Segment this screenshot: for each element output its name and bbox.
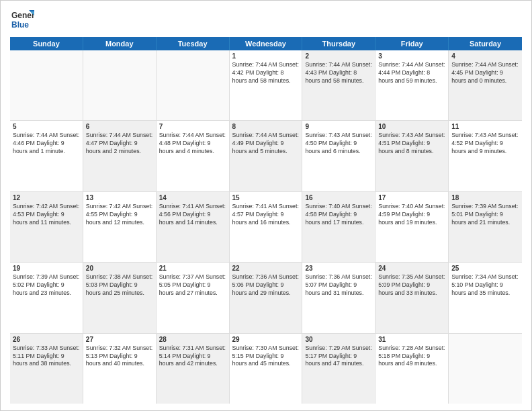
calendar-cell: 8Sunrise: 7:44 AM Sunset: 4:49 PM Daylig…: [230, 121, 303, 191]
cell-content: Sunrise: 7:44 AM Sunset: 4:48 PM Dayligh…: [159, 132, 226, 156]
calendar-cell: 19Sunrise: 7:39 AM Sunset: 5:02 PM Dayli…: [10, 263, 83, 332]
calendar-cell: 3Sunrise: 7:44 AM Sunset: 4:44 PM Daylig…: [375, 50, 449, 120]
calendar-cell: [157, 50, 230, 120]
cell-content: Sunrise: 7:29 AM Sunset: 5:17 PM Dayligh…: [305, 345, 372, 369]
cell-content: Sunrise: 7:41 AM Sunset: 4:56 PM Dayligh…: [159, 203, 226, 227]
day-number: 13: [86, 194, 153, 201]
day-number: 17: [378, 194, 445, 201]
weekday-header: Thursday: [302, 37, 375, 50]
calendar-cell: 25Sunrise: 7:34 AM Sunset: 5:10 PM Dayli…: [449, 263, 522, 332]
weekday-header: Wednesday: [230, 37, 303, 50]
day-number: 12: [13, 194, 80, 201]
day-number: 19: [13, 265, 80, 272]
calendar-row: 1Sunrise: 7:44 AM Sunset: 4:42 PM Daylig…: [10, 50, 522, 121]
weekday-header: Friday: [375, 37, 449, 50]
calendar-cell: 2Sunrise: 7:44 AM Sunset: 4:43 PM Daylig…: [302, 50, 375, 120]
day-number: 30: [305, 336, 372, 343]
day-number: 22: [232, 265, 300, 272]
day-number: 9: [305, 123, 372, 130]
weekday-header: Monday: [83, 37, 157, 50]
day-number: 14: [159, 194, 226, 201]
day-number: 21: [159, 265, 226, 272]
calendar-row: 19Sunrise: 7:39 AM Sunset: 5:02 PM Dayli…: [10, 263, 522, 333]
cell-content: Sunrise: 7:32 AM Sunset: 5:13 PM Dayligh…: [86, 345, 153, 369]
cell-content: Sunrise: 7:39 AM Sunset: 5:01 PM Dayligh…: [451, 203, 519, 227]
cell-content: Sunrise: 7:36 AM Sunset: 5:06 PM Dayligh…: [232, 273, 300, 298]
day-number: 10: [378, 123, 445, 130]
calendar-cell: 5Sunrise: 7:44 AM Sunset: 4:46 PM Daylig…: [10, 121, 83, 191]
cell-content: Sunrise: 7:34 AM Sunset: 5:10 PM Dayligh…: [451, 273, 519, 298]
cell-content: Sunrise: 7:36 AM Sunset: 5:07 PM Dayligh…: [305, 273, 372, 298]
calendar-cell: 29Sunrise: 7:30 AM Sunset: 5:15 PM Dayli…: [230, 334, 303, 404]
calendar-cell: 11Sunrise: 7:43 AM Sunset: 4:52 PM Dayli…: [449, 121, 522, 191]
calendar-cell: 1Sunrise: 7:44 AM Sunset: 4:42 PM Daylig…: [230, 50, 303, 120]
calendar-cell: 21Sunrise: 7:37 AM Sunset: 5:05 PM Dayli…: [157, 263, 230, 332]
logo: General Blue: [10, 7, 34, 32]
cell-content: Sunrise: 7:38 AM Sunset: 5:03 PM Dayligh…: [86, 273, 153, 298]
day-number: 4: [451, 52, 519, 60]
calendar-cell: 16Sunrise: 7:40 AM Sunset: 4:58 PM Dayli…: [302, 192, 375, 262]
calendar-cell: 31Sunrise: 7:28 AM Sunset: 5:18 PM Dayli…: [375, 334, 449, 404]
calendar-cell: [10, 50, 83, 120]
calendar-cell: 13Sunrise: 7:42 AM Sunset: 4:55 PM Dayli…: [83, 192, 157, 262]
cell-content: Sunrise: 7:44 AM Sunset: 4:45 PM Dayligh…: [451, 61, 519, 85]
cell-content: Sunrise: 7:39 AM Sunset: 5:02 PM Dayligh…: [13, 273, 80, 298]
calendar-cell: 12Sunrise: 7:42 AM Sunset: 4:53 PM Dayli…: [10, 192, 83, 262]
calendar-cell: [83, 50, 157, 120]
calendar-cell: 17Sunrise: 7:40 AM Sunset: 4:59 PM Dayli…: [375, 192, 449, 262]
calendar-header: SundayMondayTuesdayWednesdayThursdayFrid…: [10, 37, 522, 50]
calendar-cell: 18Sunrise: 7:39 AM Sunset: 5:01 PM Dayli…: [449, 192, 522, 262]
calendar-row: 26Sunrise: 7:33 AM Sunset: 5:11 PM Dayli…: [10, 334, 522, 404]
header: General Blue: [10, 7, 522, 32]
cell-content: Sunrise: 7:40 AM Sunset: 4:59 PM Dayligh…: [378, 203, 445, 227]
day-number: 1: [232, 52, 300, 60]
calendar-cell: 22Sunrise: 7:36 AM Sunset: 5:06 PM Dayli…: [230, 263, 303, 332]
day-number: 16: [305, 194, 372, 201]
cell-content: Sunrise: 7:37 AM Sunset: 5:05 PM Dayligh…: [159, 273, 226, 298]
cell-content: Sunrise: 7:44 AM Sunset: 4:49 PM Dayligh…: [232, 132, 300, 156]
weekday-header: Saturday: [449, 37, 522, 50]
cell-content: Sunrise: 7:43 AM Sunset: 4:52 PM Dayligh…: [451, 132, 519, 156]
calendar-cell: 14Sunrise: 7:41 AM Sunset: 4:56 PM Dayli…: [157, 192, 230, 262]
calendar-cell: 9Sunrise: 7:43 AM Sunset: 4:50 PM Daylig…: [302, 121, 375, 191]
calendar-cell: 7Sunrise: 7:44 AM Sunset: 4:48 PM Daylig…: [157, 121, 230, 191]
cell-content: Sunrise: 7:42 AM Sunset: 4:53 PM Dayligh…: [13, 203, 80, 227]
calendar-page: General Blue SundayMondayTuesdayWednesda…: [0, 0, 532, 411]
weekday-header: Tuesday: [157, 37, 230, 50]
calendar-cell: 4Sunrise: 7:44 AM Sunset: 4:45 PM Daylig…: [449, 50, 522, 120]
calendar-cell: 20Sunrise: 7:38 AM Sunset: 5:03 PM Dayli…: [83, 263, 157, 332]
cell-content: Sunrise: 7:44 AM Sunset: 4:46 PM Dayligh…: [13, 132, 80, 156]
day-number: 29: [232, 336, 300, 343]
calendar-cell: [449, 334, 522, 404]
day-number: 18: [451, 194, 519, 201]
calendar-cell: 27Sunrise: 7:32 AM Sunset: 5:13 PM Dayli…: [83, 334, 157, 404]
cell-content: Sunrise: 7:42 AM Sunset: 4:55 PM Dayligh…: [86, 203, 153, 227]
day-number: 28: [159, 336, 226, 343]
day-number: 25: [451, 265, 519, 272]
calendar-cell: 15Sunrise: 7:41 AM Sunset: 4:57 PM Dayli…: [230, 192, 303, 262]
calendar-cell: 23Sunrise: 7:36 AM Sunset: 5:07 PM Dayli…: [302, 263, 375, 332]
calendar-cell: 24Sunrise: 7:35 AM Sunset: 5:09 PM Dayli…: [375, 263, 449, 332]
weekday-header: Sunday: [10, 37, 83, 50]
day-number: 2: [305, 52, 372, 60]
calendar-cell: 28Sunrise: 7:31 AM Sunset: 5:14 PM Dayli…: [157, 334, 230, 404]
svg-text:Blue: Blue: [11, 20, 29, 30]
day-number: 23: [305, 265, 372, 272]
svg-text:General: General: [11, 11, 34, 20]
calendar-cell: 6Sunrise: 7:44 AM Sunset: 4:47 PM Daylig…: [83, 121, 157, 191]
day-number: 5: [13, 123, 80, 130]
calendar-cell: 10Sunrise: 7:43 AM Sunset: 4:51 PM Dayli…: [375, 121, 449, 191]
cell-content: Sunrise: 7:44 AM Sunset: 4:47 PM Dayligh…: [86, 132, 153, 156]
day-number: 15: [232, 194, 300, 201]
day-number: 31: [378, 336, 445, 343]
cell-content: Sunrise: 7:43 AM Sunset: 4:51 PM Dayligh…: [378, 132, 445, 156]
day-number: 20: [86, 265, 153, 272]
day-number: 3: [378, 52, 445, 60]
day-number: 6: [86, 123, 153, 130]
calendar-body: 1Sunrise: 7:44 AM Sunset: 4:42 PM Daylig…: [10, 50, 522, 404]
cell-content: Sunrise: 7:41 AM Sunset: 4:57 PM Dayligh…: [232, 203, 300, 227]
cell-content: Sunrise: 7:40 AM Sunset: 4:58 PM Dayligh…: [305, 203, 372, 227]
cell-content: Sunrise: 7:44 AM Sunset: 4:42 PM Dayligh…: [232, 61, 300, 85]
cell-content: Sunrise: 7:28 AM Sunset: 5:18 PM Dayligh…: [378, 345, 445, 369]
calendar-row: 12Sunrise: 7:42 AM Sunset: 4:53 PM Dayli…: [10, 192, 522, 263]
